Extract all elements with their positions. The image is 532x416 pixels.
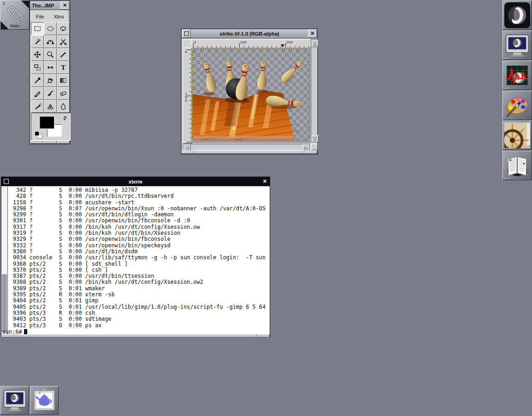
horizontal-scrollbar[interactable]: ◁ ▷ bbox=[183, 144, 310, 150]
xterm-titlebar[interactable]: xterm ✕ bbox=[1, 177, 270, 186]
tool-blend-button[interactable] bbox=[57, 74, 70, 87]
xterm-close-button[interactable]: ✕ bbox=[261, 177, 269, 185]
tool-move-button[interactable] bbox=[31, 48, 44, 61]
vruler-label-100: 1 0 0 bbox=[184, 92, 188, 102]
image-title: strike.tif-1.0 (RGB-alpha) bbox=[191, 31, 308, 37]
transform-icon bbox=[33, 63, 42, 72]
image-layer[interactable] bbox=[192, 49, 309, 141]
toolbox-title: The...IMP bbox=[30, 3, 60, 8]
scroll-down-icon[interactable]: ▽ bbox=[311, 135, 319, 142]
ekg-monitor-icon bbox=[504, 62, 530, 88]
ruler-position-marker bbox=[281, 44, 284, 47]
workspace-clip[interactable]: 1 Main bbox=[0, 0, 30, 30]
tool-magnify-button[interactable] bbox=[44, 48, 57, 61]
tool-rect-select-button[interactable] bbox=[31, 22, 44, 35]
tool-convolve-button[interactable] bbox=[57, 100, 70, 113]
tool-eraser-button[interactable] bbox=[57, 87, 70, 100]
tool-scissors-button[interactable] bbox=[57, 35, 70, 48]
terminal-content[interactable]: 342 ? S 0:00 mibiisa -p 32787 428 ? S 0:… bbox=[1, 186, 270, 334]
terminal-scrollbar-thumb[interactable] bbox=[2, 274, 7, 332]
paintbrush-icon bbox=[46, 89, 54, 98]
dock-item-system-monitor[interactable] bbox=[502, 61, 532, 90]
gimp-palette-icon bbox=[504, 92, 530, 118]
monitor-gnustep-icon bbox=[504, 32, 530, 58]
hruler-label-0: 0 bbox=[194, 40, 196, 44]
tool-color-picker-button[interactable] bbox=[31, 74, 44, 87]
miniaturize-icon bbox=[4, 179, 9, 184]
tool-pencil-button[interactable] bbox=[31, 87, 44, 100]
appicon-teapot[interactable] bbox=[30, 386, 59, 415]
toolbox-resizebar[interactable] bbox=[30, 141, 70, 144]
tool-bucket-fill-button[interactable] bbox=[44, 74, 57, 87]
dock-item-gimp[interactable] bbox=[502, 91, 532, 120]
tool-free-select-button[interactable] bbox=[57, 22, 70, 35]
workspace-label: Main bbox=[0, 24, 29, 28]
eyedropper-icon bbox=[33, 76, 42, 85]
scalpel-icon bbox=[59, 50, 67, 59]
dock-item-monitor[interactable] bbox=[502, 31, 532, 60]
menu-file[interactable]: File bbox=[36, 14, 44, 19]
default-colors-icon[interactable] bbox=[35, 132, 39, 135]
image-canvas[interactable] bbox=[191, 48, 310, 143]
ship-wheel-icon bbox=[504, 122, 530, 148]
image-miniaturize-button[interactable] bbox=[182, 29, 191, 38]
image-resizebar[interactable] bbox=[181, 151, 317, 154]
magnifier-icon bbox=[46, 50, 54, 59]
running-indicator-dots bbox=[504, 58, 510, 59]
tool-flip-button[interactable] bbox=[44, 61, 57, 74]
eraser-icon bbox=[59, 89, 67, 98]
tool-bezier-select-button[interactable] bbox=[44, 35, 57, 48]
tool-crop-button[interactable] bbox=[57, 48, 70, 61]
pencil-icon bbox=[33, 89, 42, 98]
lasso-icon bbox=[59, 24, 67, 33]
appicon-monitor[interactable] bbox=[0, 386, 29, 415]
color-selector: ⇄ bbox=[31, 113, 71, 141]
tool-paintbrush-button[interactable] bbox=[44, 87, 57, 100]
running-indicator-dots bbox=[504, 88, 510, 89]
vertical-scrollbar[interactable]: △ ▽ bbox=[311, 39, 317, 143]
bucket-fill-icon bbox=[46, 76, 54, 85]
menu-xtns[interactable]: Xtns bbox=[54, 14, 64, 19]
terminal-scrollbar[interactable] bbox=[1, 186, 8, 334]
dock-item-book[interactable] bbox=[502, 151, 532, 180]
stamp-icon bbox=[46, 102, 54, 110]
desktop: { "desktop": { "background": "#7a7d89" }… bbox=[0, 0, 532, 416]
tool-fuzzy-select-button[interactable] bbox=[31, 35, 44, 48]
gradient-icon bbox=[59, 76, 67, 85]
text-tool-icon: T bbox=[61, 64, 66, 72]
move-arrows-icon bbox=[33, 50, 42, 59]
rect-select-icon bbox=[33, 24, 42, 33]
vertical-ruler[interactable]: 0 1 0 0 bbox=[183, 48, 192, 144]
teapot-icon bbox=[32, 388, 57, 413]
xterm-resizebar[interactable] bbox=[1, 334, 270, 337]
gimp-image-window: strike.tif-1.0 (RGB-alpha) ✕ 0 100 200 0… bbox=[181, 29, 318, 154]
tool-airbrush-button[interactable] bbox=[31, 100, 44, 113]
foreground-color-swatch[interactable] bbox=[40, 116, 54, 129]
running-indicator-dots bbox=[504, 178, 510, 179]
image-titlebar[interactable]: strike.tif-1.0 (RGB-alpha) ✕ bbox=[181, 29, 317, 38]
monitor-gnustep-icon bbox=[2, 388, 27, 413]
tool-ellipse-select-button[interactable] bbox=[44, 22, 57, 35]
dock-item-helm[interactable] bbox=[502, 121, 532, 150]
xterm-title: xterm bbox=[11, 179, 260, 184]
workspace-number: 1 bbox=[3, 1, 5, 6]
airbrush-icon bbox=[33, 102, 42, 110]
vruler-label-0: 0 bbox=[184, 50, 188, 54]
ruler-origin-box[interactable] bbox=[183, 39, 192, 49]
swap-colors-icon[interactable]: ⇄ bbox=[61, 115, 69, 122]
tool-clone-button[interactable] bbox=[44, 100, 57, 113]
toolbox-titlebar[interactable]: The...IMP ✕ bbox=[30, 1, 70, 10]
xterm-miniaturize-button[interactable] bbox=[2, 177, 10, 185]
image-close-button[interactable]: ✕ bbox=[308, 29, 317, 38]
dock-item-gnustep[interactable] bbox=[502, 0, 532, 30]
water-drop-icon bbox=[59, 102, 67, 110]
tool-transform-button[interactable] bbox=[31, 61, 44, 74]
horizontal-ruler[interactable]: 0 100 200 bbox=[191, 39, 311, 49]
ellipse-select-icon bbox=[46, 24, 54, 33]
toolbox-close-button[interactable]: ✕ bbox=[60, 1, 69, 10]
tool-grid: T bbox=[31, 22, 70, 113]
scroll-up-icon[interactable]: △ bbox=[311, 40, 319, 47]
flip-arrow-icon bbox=[46, 63, 54, 72]
scrollbar-corner bbox=[311, 144, 318, 150]
tool-text-button[interactable]: T bbox=[57, 61, 70, 74]
